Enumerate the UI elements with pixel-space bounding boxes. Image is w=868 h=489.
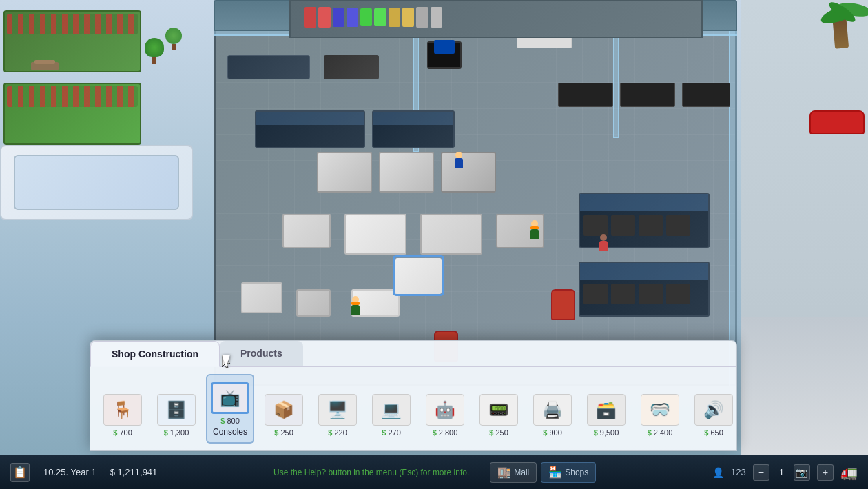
item-price-workstation: $ 270 bbox=[382, 428, 401, 437]
item-card-display-case[interactable]: 🗄️ $ 1,300 bbox=[152, 386, 200, 444]
bottom-panel: 📋 10.25. Year 1 $ 1,211,941 Use the Help… bbox=[0, 455, 868, 489]
item-price-mini-display: $ 250 bbox=[489, 428, 508, 437]
item-price-display-case: $ 1,300 bbox=[164, 428, 189, 437]
person bbox=[599, 234, 608, 251]
game-money: $ 1,211,941 bbox=[110, 467, 158, 477]
item-card-gaming-chair[interactable]: 🪑 $ 700 bbox=[99, 386, 147, 444]
speed-minus-button[interactable]: − bbox=[753, 464, 769, 481]
item-price-console-stand: $ 800 bbox=[220, 417, 240, 425]
cursor bbox=[222, 355, 233, 368]
right-exterior bbox=[741, 0, 868, 455]
item-price-printer-unit: $ 900 bbox=[543, 428, 562, 437]
help-text: Use the Help? button in the menu (Esc) f… bbox=[273, 468, 469, 477]
speed-indicator: 1 bbox=[776, 467, 787, 477]
item-card-mini-display[interactable]: 📟 $ 250 bbox=[475, 386, 523, 444]
item-icon-vr-station: 🥽 bbox=[641, 393, 679, 427]
construction-panel: Shop Construction Products 🪑 $ 700 🗄️ $ … bbox=[90, 340, 737, 451]
item-card-server-rack[interactable]: 🗃️ $ 9,500 bbox=[582, 386, 630, 444]
item-card-workstation[interactable]: 💻 $ 270 bbox=[367, 386, 415, 444]
people-count: 123 bbox=[731, 467, 746, 477]
person bbox=[530, 220, 539, 239]
item-price-equipment-rack: $ 220 bbox=[328, 428, 347, 437]
shops-tab[interactable]: 🏪Shops bbox=[541, 462, 596, 483]
tree-left bbox=[145, 38, 164, 64]
item-icon-robot-display: 🤖 bbox=[426, 393, 464, 427]
item-price-speaker-sys: $ 650 bbox=[704, 428, 723, 437]
item-icon-wall-shelf: 📦 bbox=[265, 393, 303, 427]
item-icon-workstation: 💻 bbox=[372, 393, 411, 427]
bottom-center-section: Use the Help? button in the menu (Esc) f… bbox=[273, 462, 596, 483]
person bbox=[351, 296, 360, 315]
tab-shop-construction[interactable]: Shop Construction bbox=[90, 341, 220, 367]
item-card-robot-display[interactable]: 🤖 $ 2,800 bbox=[421, 386, 469, 444]
panel-items-row: 🪑 $ 700 🗄️ $ 1,300 📺 $ 800 Consoles bbox=[90, 367, 736, 450]
item-card-wall-shelf[interactable]: 📦 $ 250 bbox=[260, 386, 308, 444]
tree-right bbox=[165, 28, 182, 50]
truck-icon: 🚛 bbox=[840, 464, 858, 481]
mall-tab[interactable]: 🏬Mall bbox=[490, 462, 537, 483]
people-icon: 👤 bbox=[712, 467, 724, 478]
item-card-printer-unit[interactable]: 🖨️ $ 900 bbox=[528, 386, 577, 444]
item-icon-gaming-chair: 🪑 bbox=[103, 393, 142, 427]
person bbox=[455, 152, 463, 168]
item-card-vr-station[interactable]: 🥽 $ 2,400 bbox=[636, 386, 684, 444]
panel-tabs: Shop Construction Products bbox=[90, 341, 736, 367]
item-card-speaker-sys[interactable]: 🔊 $ 650 bbox=[690, 386, 736, 444]
bottom-right-section: 👤 123 − 1 📷 + 🚛 bbox=[712, 464, 858, 481]
item-price-vr-station: $ 2,400 bbox=[648, 428, 673, 437]
outdoor-area bbox=[0, 7, 200, 227]
item-label-selected: Consoles bbox=[213, 427, 247, 437]
item-icon-speaker-sys: 🔊 bbox=[694, 393, 733, 427]
item-card-console-stand[interactable]: 📺 $ 800 Consoles bbox=[206, 374, 254, 444]
game-date: 10.25. Year 1 bbox=[43, 467, 96, 477]
item-card-equipment-rack[interactable]: 🖥️ $ 220 bbox=[313, 386, 362, 444]
item-price-wall-shelf: $ 250 bbox=[274, 428, 293, 437]
item-icon-mini-display: 📟 bbox=[479, 393, 518, 427]
camera-button[interactable]: 📷 bbox=[794, 464, 810, 481]
item-icon-equipment-rack: 🖥️ bbox=[318, 393, 357, 427]
item-price-server-rack: $ 9,500 bbox=[594, 428, 619, 437]
item-price-robot-display: $ 2,800 bbox=[433, 428, 458, 437]
item-icon-printer-unit: 🖨️ bbox=[533, 393, 572, 427]
bottom-left-section: 📋 10.25. Year 1 $ 1,211,941 bbox=[10, 463, 157, 482]
item-price-gaming-chair: $ 700 bbox=[113, 428, 132, 437]
item-icon-console-stand: 📺 bbox=[211, 381, 249, 415]
back-store bbox=[289, 0, 703, 38]
item-icon-server-rack: 🗃️ bbox=[587, 393, 626, 427]
item-icon-display-case: 🗄️ bbox=[157, 393, 196, 427]
speed-plus-button[interactable]: + bbox=[817, 464, 834, 481]
log-button[interactable]: 📋 bbox=[10, 463, 30, 482]
